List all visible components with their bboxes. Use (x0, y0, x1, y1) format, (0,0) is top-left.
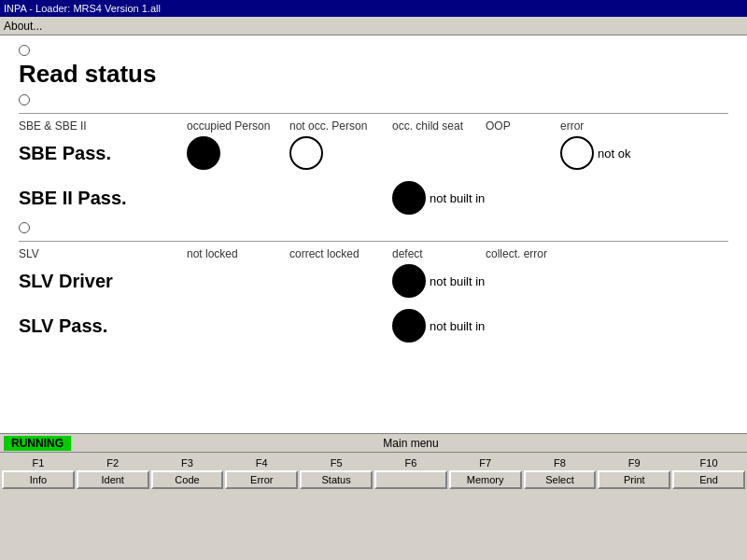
sbe-pass-occupied-dot (187, 136, 220, 170)
status-bar: RUNNING Main menu (0, 433, 747, 452)
sbe-pass-error-text: not ok (598, 147, 630, 161)
slv-col-0: not locked (187, 247, 289, 260)
sbe-pass-not-occ (289, 136, 392, 170)
fkey-f8-btn[interactable]: Select (524, 470, 597, 489)
fkey-f7-btn[interactable]: Memory (449, 470, 522, 489)
sbe-col-4: error (560, 119, 654, 133)
sbe-section-label: SBE & SBE II (19, 119, 187, 133)
sbe-ii-pass-label: SBE II Pass. (19, 188, 187, 209)
fkey-f6-label: F6 (404, 457, 416, 469)
fkey-group-f1: F1 Info (2, 457, 75, 489)
sbe-col-0: occupied Person (187, 119, 289, 133)
fkey-f10-btn[interactable]: End (672, 470, 745, 489)
fkey-group-f8: F8 Select (524, 457, 597, 489)
slv-pass-row: SLV Pass. not built in (19, 305, 728, 346)
page-title: Read status (19, 60, 728, 89)
radio-mid[interactable] (19, 222, 30, 233)
sbe-col-2: occ. child seat (392, 119, 486, 133)
fkey-f8-label: F8 (554, 457, 566, 469)
sbe-ii-pass-row: SBE II Pass. not built in (19, 177, 728, 218)
menu-bar: About... (0, 17, 747, 35)
title-bar-text: INPA - Loader: MRS4 Version 1.all (4, 3, 161, 14)
fkey-f10-label: F10 (700, 457, 718, 469)
slv-driver-defect: not built in (392, 264, 486, 298)
slv-driver-row: SLV Driver not built in (19, 260, 728, 301)
radio-top[interactable] (19, 45, 30, 56)
slv-column-headers: SLV not locked correct locked defect col… (19, 247, 728, 260)
fkey-f2-btn[interactable]: Ident (77, 470, 149, 489)
fkey-group-f4: F4 Error (225, 457, 298, 489)
fkey-group-f5: F5 Status (300, 457, 373, 489)
slv-section-label: SLV (19, 247, 187, 260)
slv-driver-label: SLV Driver (19, 271, 187, 292)
fkey-f2-label: F2 (106, 457, 119, 469)
radio-second[interactable] (19, 94, 30, 105)
slv-driver-defect-text: not built in (430, 274, 485, 288)
fkey-f6-btn[interactable] (374, 470, 447, 489)
sbe-ii-pass-child-dot (392, 181, 426, 215)
fkey-group-f9: F9 Print (598, 457, 670, 489)
slv-pass-label: SLV Pass. (19, 315, 187, 337)
fkey-group-f7: F7 Memory (449, 457, 522, 489)
sbe-pass-not-occ-dot (289, 136, 323, 170)
sbe-pass-error-dot (560, 136, 594, 170)
fkey-f4-btn[interactable]: Error (225, 470, 298, 489)
fkey-group-f10: F10 End (672, 457, 745, 489)
slv-col-3: collect. error (486, 247, 560, 260)
fkey-f3-label: F3 (181, 457, 193, 469)
fkey-f9-btn[interactable]: Print (598, 470, 670, 489)
sbe-ii-pass-child: not built in (392, 181, 486, 215)
slv-pass-defect-text: not built in (430, 319, 485, 333)
sbe-pass-row: SBE Pass. not ok (19, 133, 728, 174)
fkey-f7-label: F7 (479, 457, 491, 469)
sbe-pass-error: not ok (560, 136, 654, 170)
fkey-f5-label: F5 (331, 457, 343, 469)
main-menu-label: Main menu (78, 437, 743, 450)
slv-col-2: defect (392, 247, 486, 260)
fkey-group-f6: F6 (374, 457, 447, 489)
slv-col-1: correct locked (289, 247, 392, 260)
slv-pass-defect: not built in (392, 309, 486, 343)
main-content: Read status SBE & SBE II occupied Person… (0, 35, 747, 493)
fkey-f1-btn[interactable]: Info (2, 470, 75, 489)
sbe-pass-label: SBE Pass. (19, 143, 187, 164)
sbe-pass-occupied (187, 136, 289, 170)
fkey-f9-label: F9 (628, 457, 641, 469)
menu-about[interactable]: About... (4, 20, 42, 33)
fkey-f3-btn[interactable]: Code (151, 470, 224, 489)
running-badge: RUNNING (4, 436, 71, 451)
fkey-group-f3: F3 Code (151, 457, 224, 489)
sbe-col-1: not occ. Person (289, 119, 392, 133)
slv-divider (19, 241, 728, 242)
fkey-f4-label: F4 (256, 457, 268, 469)
fkey-f1-label: F1 (32, 457, 44, 469)
slv-driver-defect-dot (392, 264, 426, 298)
sbe-col-3: OOP (486, 119, 560, 133)
sbe-ii-pass-child-text: not built in (430, 191, 485, 205)
slv-pass-defect-dot (392, 309, 426, 343)
fkey-f5-btn[interactable]: Status (300, 470, 373, 489)
sbe-column-headers: SBE & SBE II occupied Person not occ. Pe… (19, 119, 728, 133)
fkey-group-f2: F2 Ident (77, 457, 149, 489)
function-key-bar: F1 Info F2 Ident F3 Code F4 Error F5 Sta… (0, 452, 747, 493)
sbe-divider (19, 113, 728, 114)
title-bar: INPA - Loader: MRS4 Version 1.all (0, 0, 747, 17)
